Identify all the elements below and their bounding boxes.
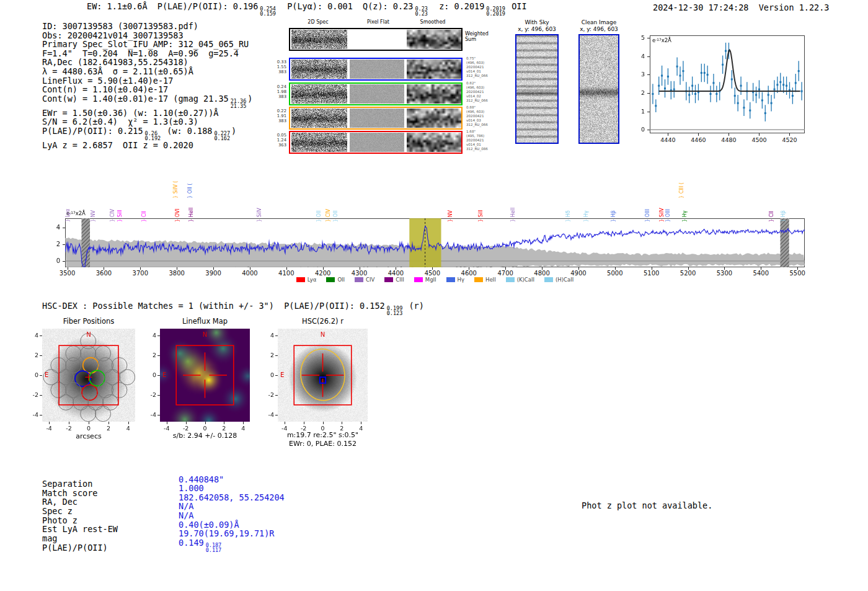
y-tick (275, 375, 278, 376)
text-segment: Cont(w) = 1.40(±0.01)e-17 (gmag 21.35 (42, 94, 229, 104)
weight-value: 0.05 (272, 133, 286, 138)
legend-item: CIV (355, 277, 374, 283)
legend-swatch (355, 277, 363, 282)
weight-value: 383 (272, 69, 286, 74)
y-tick (157, 395, 160, 396)
stack-bottom: 0.123 (387, 311, 403, 316)
line-marker-label: } Hβ (781, 210, 786, 222)
legend-label: HeII (485, 277, 496, 283)
x-tick-label: 3700 (133, 270, 148, 277)
clean-image-panel (578, 34, 619, 144)
x-tick-label: 4700 (497, 270, 513, 277)
line-marker-label: } OII (316, 210, 322, 222)
spec2d-row (289, 82, 463, 105)
text-segment: S/N = 6.2(±0.4) χ² = 1.3(±0.3) (42, 117, 198, 127)
pixel-flat-strip (350, 109, 404, 128)
stacked-value: 0.260.192 (145, 131, 161, 141)
y-tick-label: -2 (145, 391, 156, 398)
east-label: E (162, 371, 166, 378)
match-table-value: 0.440848" (179, 475, 224, 484)
annotation-line: 312_RU_066 (466, 99, 503, 103)
legend-item: (H)CaII (544, 277, 574, 283)
x-tick-label: 4 (126, 425, 130, 432)
superscript: -17 (655, 38, 661, 42)
annotation-line: 312_RU_066 (466, 123, 503, 127)
match-table-value: 1.000 (179, 484, 204, 493)
pixel-flat-strip (350, 60, 404, 79)
x-tick (167, 422, 167, 424)
spec2d-noise-strip (291, 30, 347, 49)
x-tick-label: 3500 (60, 270, 75, 277)
fiber-positions-canvas (42, 329, 135, 422)
y-tick-label: -2 (27, 391, 38, 398)
x-tick (243, 422, 244, 424)
info-line: λ = 4480.63Å σ = 2.11(±0.65)Å (42, 67, 252, 76)
text-segment: N/A (179, 510, 193, 520)
spec2d-row-annotation: 0.88"(496, 603)20200421v014_03312_RU_066 (466, 105, 503, 127)
text-segment: ) (231, 126, 236, 136)
x-tick-label: -4 (46, 425, 51, 432)
x-tick-label: 0 (203, 425, 206, 432)
x-tick (342, 422, 342, 424)
elixer-report-page: EW: 1.1±0.6Å P(LAE)/P(OII): 0.1960.2540.… (0, 0, 868, 591)
panel-title: Fiber Positions (63, 317, 115, 326)
text-segment: 1.000 (179, 483, 204, 493)
x-tick-label: -2 (66, 425, 71, 432)
line-marker-label: } SiIV ( (173, 181, 179, 198)
cutout-title: With Sky (525, 19, 549, 25)
line-marker-label: } CII (769, 211, 774, 222)
spec2d-row-weights: 0.221.91383 (272, 109, 286, 124)
legend-item: HeII (474, 277, 496, 283)
match-table-label: Est LyA rest-EW (42, 525, 118, 534)
stacked-value: 0.230.23 (415, 6, 427, 16)
legend-swatch (296, 277, 305, 282)
match-table-label: Separation (42, 479, 92, 489)
spec2d-noise-strip (291, 60, 347, 79)
weight-value: 383 (272, 118, 286, 123)
stack-bottom: 0.162 (214, 136, 230, 141)
y-tick (63, 228, 65, 228)
text-segment: Obs: 20200421v014_3007139583 (42, 30, 184, 40)
y-tick-label: 1 (634, 108, 645, 115)
y-tick (275, 355, 278, 356)
north-label: N (321, 331, 325, 338)
annotation-line: (495, 786) (466, 134, 503, 138)
weight-value: 1.91 (272, 113, 286, 118)
weighted-sum-label: WeightedSum (465, 31, 489, 42)
info-line: RA,Dec (182.641983,55.254318) (42, 58, 252, 67)
stacked-value: 0.20190.2019 (486, 6, 505, 16)
legend-label: CIII (396, 277, 404, 283)
x-tick (224, 422, 224, 424)
y-tick-label: 2 (145, 352, 156, 358)
line-marker-label: } SiII (117, 210, 123, 222)
x-tick-label: 4200 (315, 270, 330, 277)
spec2d-row (289, 131, 463, 154)
line-marker-label: } Hδ (565, 210, 571, 222)
x-tick-label: -2 (183, 425, 188, 432)
line-marker-label: } OVI (175, 208, 180, 222)
x-tick-label: 4900 (570, 270, 586, 277)
text-segment: ID: 3007139583 (3007139583.pdf) (42, 21, 198, 31)
match-table-label: Spec z (42, 507, 73, 516)
y-tick (157, 375, 160, 376)
stacked-value: 21.3621.35 (231, 99, 247, 109)
annotation-line: v014_03 (466, 118, 503, 123)
match-table-label: P(LAE)/P(OII) (42, 543, 108, 553)
legend-label: (K)CaII (517, 277, 534, 283)
x-tick (49, 422, 50, 424)
info-line: Cont(w) = 1.40(±0.01)e-17 (gmag 21.3521.… (42, 94, 252, 109)
x-tick-label: 4500 (751, 136, 766, 143)
legend-swatch (506, 277, 515, 282)
x-tick-label: 5100 (644, 270, 659, 277)
match-table-value: 19.70(19.69,19.71)R (179, 529, 274, 538)
panel-title: HSC(26.2) r (302, 317, 343, 326)
x-tick-label: 4 (241, 425, 245, 432)
text-segment: RA,Dec (182.641983,55.254318) (42, 57, 188, 67)
x-tick (108, 422, 109, 424)
x-tick-label: 2 (107, 425, 110, 432)
x-tick-label: 5300 (717, 270, 732, 277)
header-datetime-version: 2024-12-30 17:24:28 Version 1.22.3 (653, 3, 829, 12)
text-segment: HSC-DEX : Possible Matches = 1 (within +… (42, 301, 385, 311)
spec2d-row-annotation: 0.75"(496, 603)20200421v014_01312_RU_066 (466, 56, 503, 78)
legend-item: CIII (384, 277, 404, 283)
